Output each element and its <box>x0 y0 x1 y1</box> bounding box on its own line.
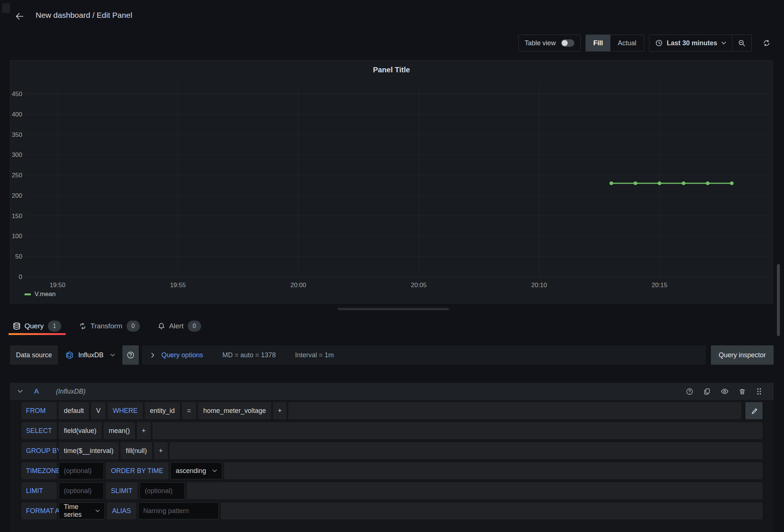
toolbar: Table view Fill Actual Last 30 minutes <box>518 35 777 52</box>
add-condition-button[interactable]: + <box>273 402 287 419</box>
query-card-actions <box>686 387 774 395</box>
grip-dots-icon <box>756 387 762 395</box>
table-view-label: Table view <box>525 39 556 47</box>
groupby-time-segment[interactable]: time($__interval) <box>59 442 119 459</box>
chevron-right-icon[interactable] <box>151 352 155 358</box>
slimit-input[interactable] <box>140 482 185 499</box>
svg-text:19:50: 19:50 <box>50 282 66 289</box>
actual-button[interactable]: Actual <box>610 35 644 51</box>
format-as-select[interactable]: Time series <box>59 502 105 519</box>
where-tag-key-segment[interactable]: entity_id <box>145 402 180 419</box>
tab-transform[interactable]: Transform 0 <box>75 317 144 335</box>
active-tab-underline <box>9 333 66 335</box>
select-keyword: SELECT <box>22 422 57 439</box>
refresh-button[interactable] <box>757 35 777 52</box>
editor-tabs: Query 1 Transform 0 Alert 0 <box>9 317 206 335</box>
add-groupby-part-button[interactable]: + <box>154 442 168 459</box>
svg-text:250: 250 <box>12 172 22 179</box>
order-by-time-value: ascending <box>176 467 206 475</box>
svg-text:350: 350 <box>12 131 22 138</box>
groupby-keyword: GROUP BY <box>22 442 57 459</box>
max-datapoints-text: MD = auto = 1378 <box>222 351 276 359</box>
where-tag-value-segment[interactable]: home_meter_voltage <box>198 402 271 419</box>
page-title: New dashboard / Edit Panel <box>36 11 132 20</box>
grafana-edit-panel-screen: New dashboard / Edit Panel Table view Fi… <box>0 0 784 532</box>
row-filler <box>152 422 762 439</box>
side-menu-edge <box>2 3 10 13</box>
legend-label: V.mean <box>35 290 56 298</box>
zoom-out-button[interactable] <box>732 35 751 51</box>
query-options-link[interactable]: Query options <box>161 351 203 359</box>
fill-actual-group: Fill Actual <box>585 35 644 52</box>
eye-icon <box>721 387 729 395</box>
select-func-segment[interactable]: mean() <box>104 422 135 439</box>
row-filler <box>170 442 762 459</box>
limit-keyword: LIMIT <box>22 482 57 499</box>
toggle-knob <box>562 40 568 46</box>
influxdb-logo-icon <box>65 351 74 359</box>
row-filler <box>221 502 762 519</box>
panel-title[interactable]: Panel Title <box>10 66 772 74</box>
duplicate-query-button[interactable] <box>703 388 711 395</box>
retention-policy-segment[interactable]: default <box>59 402 89 419</box>
datasource-bar: Data source InfluxDB Query options MD = … <box>10 345 774 365</box>
scrollbar-thumb[interactable] <box>777 264 780 336</box>
database-icon <box>13 322 20 330</box>
copy-icon <box>703 388 711 395</box>
alias-keyword: ALIAS <box>107 502 136 519</box>
timezone-keyword: TIMEZONE <box>22 462 57 479</box>
alias-input[interactable] <box>138 502 219 519</box>
svg-text:150: 150 <box>12 213 22 220</box>
groupby-fill-segment[interactable]: fill(null) <box>121 442 152 459</box>
query-ref-id[interactable]: A <box>34 387 39 395</box>
row-filler <box>187 482 762 499</box>
timeseries-chart[interactable]: 05010015020025030035040045019:5019:5520:… <box>10 60 772 301</box>
time-range-label: Last 30 minutes <box>667 39 717 47</box>
drag-handle-icon[interactable] <box>756 387 762 395</box>
resize-handle[interactable] <box>338 308 449 310</box>
svg-text:450: 450 <box>12 91 22 98</box>
order-by-time-select[interactable]: ascending <box>170 462 222 479</box>
datasource-picker[interactable]: InfluxDB <box>60 345 121 365</box>
legend-item[interactable]: V.mean <box>24 290 56 298</box>
query-help-button[interactable] <box>686 388 693 395</box>
table-view-toggle[interactable] <box>561 39 574 47</box>
chart-panel: 05010015020025030035040045019:5019:5520:… <box>10 60 773 303</box>
format-row: FORMAT AS Time series ALIAS <box>22 502 762 519</box>
tab-query[interactable]: Query 1 <box>9 317 66 335</box>
chevron-down-icon <box>110 354 115 357</box>
svg-text:20:00: 20:00 <box>291 282 306 289</box>
interval-text: Interval = 1m <box>295 351 334 359</box>
delete-query-button[interactable] <box>738 388 746 395</box>
transform-icon <box>79 322 86 330</box>
query-inspector-button[interactable]: Query inspector <box>711 345 774 365</box>
tab-transform-count: 0 <box>127 321 140 332</box>
from-keyword[interactable]: FROM <box>22 402 57 419</box>
where-operator-segment[interactable]: = <box>182 402 196 419</box>
legend-swatch <box>24 293 31 295</box>
toggle-visibility-button[interactable] <box>721 387 729 395</box>
limit-input[interactable] <box>59 482 104 499</box>
fill-button[interactable]: Fill <box>586 35 610 51</box>
tab-alert-label: Alert <box>169 322 184 330</box>
row-filler <box>288 402 741 419</box>
help-circle-icon <box>127 351 135 359</box>
collapse-chevron-icon[interactable] <box>17 390 23 393</box>
timezone-input[interactable] <box>59 462 104 479</box>
bell-icon <box>158 322 165 330</box>
back-button[interactable] <box>11 8 27 24</box>
chevron-down-icon <box>95 509 100 513</box>
select-field-segment[interactable]: field(value) <box>59 422 102 439</box>
toggle-text-edit-button[interactable] <box>745 402 762 419</box>
tab-query-count: 1 <box>48 321 61 332</box>
time-picker-group: Last 30 minutes <box>649 35 752 52</box>
time-range-picker[interactable]: Last 30 minutes <box>649 35 732 51</box>
svg-text:19:55: 19:55 <box>170 282 186 289</box>
measurement-segment[interactable]: V <box>91 402 106 419</box>
chevron-down-icon <box>212 469 217 473</box>
svg-text:50: 50 <box>15 253 22 260</box>
tab-alert-count: 0 <box>188 321 201 332</box>
datasource-help-button[interactable] <box>122 345 139 365</box>
tab-alert[interactable]: Alert 0 <box>153 317 206 335</box>
add-select-part-button[interactable]: + <box>137 422 151 439</box>
